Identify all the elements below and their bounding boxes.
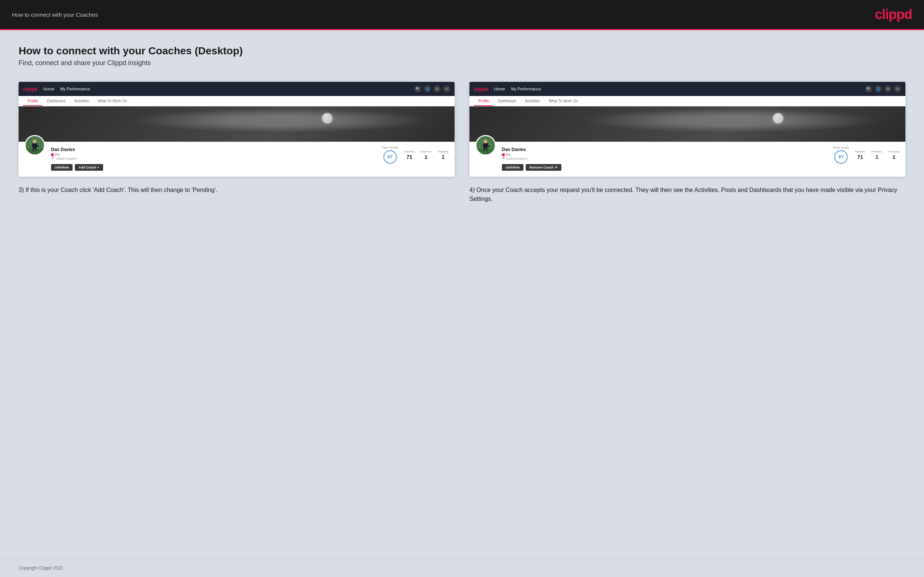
left-activities-value: 71: [404, 154, 415, 160]
left-moon-decoration: [322, 113, 333, 124]
left-followers-value: 1: [420, 154, 431, 160]
left-mock-tabs: Profile Dashboard Activities What To Wor…: [19, 96, 454, 106]
right-stat-followers: Followers 1: [871, 150, 882, 160]
right-avatar: [475, 135, 496, 155]
right-tab-profile[interactable]: Profile: [474, 96, 493, 106]
user-icon[interactable]: 👤: [424, 85, 431, 92]
search-icon[interactable]: 🔍: [414, 85, 421, 92]
tab-what-to-work-on[interactable]: What To Work On: [94, 96, 132, 106]
right-tab-dashboard[interactable]: Dashboard: [493, 96, 520, 106]
right-location: 📍 United Kingdom: [502, 157, 827, 160]
svg-rect-9: [477, 149, 495, 155]
page-title: How to connect with your Coaches: [12, 11, 98, 18]
left-player-quality: Player Quality 97: [382, 146, 398, 164]
left-badge-dot: [51, 153, 54, 156]
left-column: clippd Home My Performance 🔍 👤 ⚙ ● Profi…: [19, 82, 454, 195]
svg-rect-1: [26, 149, 44, 155]
tab-profile[interactable]: Profile: [23, 96, 42, 106]
main-subheading: Find, connect and share your Clippd insi…: [19, 59, 905, 67]
right-profile-section: Dan Davies Pro 📍 United Kingdom Unfollow: [470, 142, 905, 177]
right-mock-stats: Player Quality 97 Activities 71 Follower…: [833, 146, 900, 164]
left-nav-icons: 🔍 👤 ⚙ ●: [414, 85, 450, 92]
right-hero-image: [470, 106, 905, 142]
right-user-icon[interactable]: 👤: [875, 85, 882, 92]
right-mock-logo: clippd: [474, 86, 488, 92]
tab-activities[interactable]: Activities: [69, 96, 93, 106]
right-profile-name: Dan Davies: [502, 147, 827, 152]
right-column: clippd Home My Performance 🔍 👤 ⚙ ● Profi…: [470, 82, 905, 203]
left-stat-activities: Activities 71: [404, 150, 415, 160]
left-activities-label: Activities: [404, 150, 415, 153]
right-avatar-wrap: [475, 135, 496, 155]
right-player-quality: Player Quality 97: [833, 146, 849, 164]
right-avatar-icon[interactable]: ●: [894, 85, 901, 92]
left-badge-label: Pro: [55, 153, 60, 156]
main-content: How to connect with your Coaches (Deskto…: [0, 30, 924, 558]
right-removecoach-button[interactable]: Remove Coach ✕: [526, 164, 561, 171]
right-nav-icons: 🔍 👤 ⚙ ●: [865, 85, 901, 92]
left-addcoach-button[interactable]: Add Coach +: [75, 164, 103, 171]
golfer-svg: [26, 136, 44, 155]
svg-line-6: [33, 148, 34, 151]
svg-point-11: [484, 140, 488, 143]
left-nav-myperformance[interactable]: My Performance: [60, 87, 90, 91]
right-profile-badge: Pro: [502, 153, 827, 156]
right-badge-dot: [502, 153, 505, 156]
right-activities-value: 71: [855, 154, 866, 160]
right-tab-activities[interactable]: Activities: [520, 96, 544, 106]
left-profile-info: Dan Davies Pro 📍 United Kingdom Unfollow: [51, 146, 376, 171]
left-profile-section: Dan Davies Pro 📍 United Kingdom Unfollow: [19, 142, 454, 177]
left-location-text: United Kingdom: [56, 157, 77, 160]
right-settings-icon[interactable]: ⚙: [885, 85, 891, 92]
left-profile-badge: Pro: [51, 153, 376, 156]
pin-icon: 📍: [51, 157, 55, 160]
left-mock-navbar: clippd Home My Performance 🔍 👤 ⚙ ●: [19, 82, 454, 96]
addcoach-plus-icon: +: [97, 166, 99, 169]
left-avatar: [24, 135, 45, 155]
removecoach-label: Remove Coach: [529, 166, 554, 169]
left-nav-home[interactable]: Home: [43, 87, 54, 91]
left-unfollow-button[interactable]: Unfollow: [51, 164, 73, 171]
right-followers-value: 1: [871, 154, 882, 160]
footer-copyright: Copyright Clippd 2022: [19, 566, 63, 571]
right-quality-value: 97: [834, 150, 848, 164]
right-nav-myperformance[interactable]: My Performance: [511, 87, 541, 91]
left-mock-stats: Player Quality 97 Activities 71 Follower…: [382, 146, 449, 164]
right-search-icon[interactable]: 🔍: [865, 85, 872, 92]
right-screenshot: clippd Home My Performance 🔍 👤 ⚙ ● Profi…: [470, 82, 905, 177]
right-activities-label: Activities: [855, 150, 866, 153]
columns-layout: clippd Home My Performance 🔍 👤 ⚙ ● Profi…: [19, 82, 905, 203]
right-stat-activities: Activities 71: [855, 150, 866, 160]
main-heading: How to connect with your Coaches (Deskto…: [19, 45, 905, 57]
left-following-label: Following: [438, 150, 449, 153]
footer: Copyright Clippd 2022: [0, 558, 924, 577]
avatar-icon[interactable]: ●: [443, 85, 450, 92]
right-mock-tabs: Profile Dashboard Activities What To Wor…: [470, 96, 905, 106]
left-avatar-wrap: [24, 135, 45, 155]
right-unfollow-button[interactable]: Unfollow: [502, 164, 523, 171]
left-stat-followers: Followers 1: [420, 150, 431, 160]
right-profile-info: Dan Davies Pro 📍 United Kingdom Unfollow: [502, 146, 827, 171]
top-bar: How to connect with your Coaches clippd: [0, 0, 924, 30]
logo: clippd: [875, 7, 912, 22]
left-hero-image: [19, 106, 454, 142]
left-quality-value: 97: [383, 150, 397, 164]
right-tab-what-to-work-on[interactable]: What To Work On: [544, 96, 583, 106]
right-location-text: United Kingdom: [507, 157, 528, 160]
left-mock-logo: clippd: [23, 86, 37, 92]
addcoach-label: Add Coach: [79, 166, 97, 169]
settings-icon[interactable]: ⚙: [434, 85, 440, 92]
right-golfer-svg: [477, 136, 495, 155]
right-nav-home[interactable]: Home: [494, 87, 505, 91]
left-description: 3) If this is your Coach click 'Add Coac…: [19, 185, 454, 195]
right-profile-buttons: Unfollow Remove Coach ✕: [502, 164, 827, 171]
tab-dashboard[interactable]: Dashboard: [42, 96, 69, 106]
left-profile-buttons: Unfollow Add Coach +: [51, 164, 376, 171]
svg-line-7: [36, 148, 37, 151]
right-description: 4) Once your Coach accepts your request …: [470, 185, 905, 203]
svg-line-15: [486, 148, 487, 151]
removecoach-x-icon: ✕: [555, 166, 558, 169]
left-location: 📍 United Kingdom: [51, 157, 376, 160]
left-quality-label: Player Quality: [382, 146, 398, 149]
left-profile-name: Dan Davies: [51, 147, 376, 152]
